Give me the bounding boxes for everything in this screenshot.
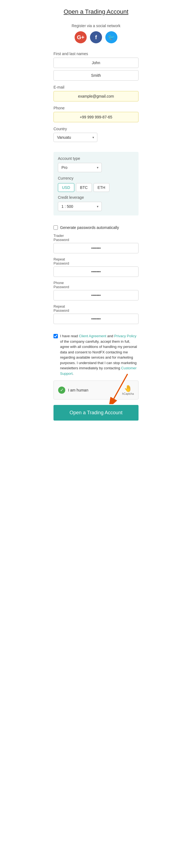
email-label: E-mail bbox=[54, 85, 138, 89]
captcha-label: I am human bbox=[68, 388, 88, 392]
currency-buttons: USD BTC ETH bbox=[58, 183, 134, 192]
account-type-group: Account type Pro Standard ECN bbox=[58, 156, 134, 172]
account-type-select[interactable]: Pro Standard ECN bbox=[58, 163, 102, 172]
phone-label: Phone bbox=[54, 106, 138, 110]
currency-label: Currency bbox=[58, 176, 134, 180]
repeat-trader-password-section: RepeatPassword bbox=[54, 257, 138, 277]
email-section: E-mail bbox=[54, 85, 138, 101]
captcha-checkmark: ✓ bbox=[58, 386, 65, 394]
phone-password-label: PhonePassword bbox=[54, 281, 138, 289]
account-type-select-wrapper: Pro Standard ECN bbox=[58, 163, 102, 172]
agreement-text: I have read Client Agreement and Privacy… bbox=[60, 333, 138, 376]
first-name-input[interactable] bbox=[54, 58, 138, 68]
country-select-wrapper: Vanuatu United States United Kingdom Aus… bbox=[54, 133, 97, 142]
client-agreement-link[interactable]: Client Agreement bbox=[79, 334, 106, 338]
account-type-label: Account type bbox=[58, 156, 134, 161]
generate-passwords-checkbox[interactable] bbox=[54, 225, 58, 230]
facebook-button[interactable]: f bbox=[90, 31, 102, 43]
captcha-box[interactable]: ✓ I am human 🤚 hCaptcha bbox=[54, 380, 138, 399]
last-name-input[interactable] bbox=[54, 70, 138, 81]
account-settings-section: Account type Pro Standard ECN Currency U… bbox=[54, 152, 138, 216]
country-label: Country bbox=[54, 127, 138, 131]
submit-button[interactable]: Open a Trading Account bbox=[54, 405, 138, 421]
generate-passwords-label: Generate passwords automatically bbox=[60, 225, 119, 230]
social-label: Register via a social network bbox=[54, 24, 138, 28]
names-label: First and last names bbox=[54, 52, 138, 56]
trader-password-section: TraderPassword bbox=[54, 234, 138, 253]
agreement-checkbox[interactable] bbox=[54, 334, 58, 338]
phone-password-input[interactable] bbox=[54, 290, 138, 301]
currency-usd-button[interactable]: USD bbox=[58, 183, 74, 192]
leverage-label: Credit leverage bbox=[58, 195, 134, 199]
captcha-left: ✓ I am human bbox=[58, 386, 88, 394]
email-input[interactable] bbox=[54, 91, 138, 101]
repeat-trader-password-input[interactable] bbox=[54, 267, 138, 277]
social-register-section: Register via a social network G+ f 🐦 bbox=[54, 24, 138, 43]
leverage-section: Credit leverage 1 : 500 1 : 200 1 : 100 … bbox=[58, 195, 134, 211]
agreement-row: I have read Client Agreement and Privacy… bbox=[54, 333, 138, 376]
currency-btc-button[interactable]: BTC bbox=[76, 183, 92, 192]
privacy-policy-link[interactable]: Privacy Policy bbox=[114, 334, 136, 338]
repeat-trader-password-label: RepeatPassword bbox=[54, 257, 138, 266]
phone-password-section: PhonePassword bbox=[54, 281, 138, 301]
generate-passwords-row: Generate passwords automatically bbox=[54, 225, 138, 230]
currency-group-section: Currency USD BTC ETH bbox=[58, 176, 134, 192]
country-section: Country Vanuatu United States United Kin… bbox=[54, 127, 138, 142]
captcha-logo: 🤚 hCaptcha bbox=[122, 385, 134, 395]
currency-eth-button[interactable]: ETH bbox=[94, 183, 109, 192]
phone-input[interactable] bbox=[54, 112, 138, 122]
phone-section: Phone bbox=[54, 106, 138, 122]
repeat-phone-password-section: RepeatPassword bbox=[54, 304, 138, 324]
captcha-icon: 🤚 bbox=[124, 385, 132, 392]
repeat-phone-password-input[interactable] bbox=[54, 314, 138, 324]
customer-support-link[interactable]: Customer Support bbox=[60, 366, 137, 376]
repeat-phone-password-label: RepeatPassword bbox=[54, 304, 138, 313]
page-title: Open a Trading Account bbox=[54, 8, 138, 16]
social-icons-group: G+ f 🐦 bbox=[54, 31, 138, 43]
leverage-select[interactable]: 1 : 500 1 : 200 1 : 100 1 : 50 bbox=[58, 202, 102, 211]
twitter-button[interactable]: 🐦 bbox=[105, 31, 118, 43]
leverage-select-wrapper: 1 : 500 1 : 200 1 : 100 1 : 50 bbox=[58, 202, 102, 211]
names-section: First and last names bbox=[54, 52, 138, 81]
google-plus-button[interactable]: G+ bbox=[74, 31, 87, 43]
trader-password-input[interactable] bbox=[54, 243, 138, 253]
captcha-brand-label: hCaptcha bbox=[122, 392, 134, 395]
submit-area: Open a Trading Account bbox=[54, 405, 138, 421]
country-select[interactable]: Vanuatu United States United Kingdom Aus… bbox=[54, 133, 97, 142]
trader-password-label: TraderPassword bbox=[54, 234, 138, 242]
